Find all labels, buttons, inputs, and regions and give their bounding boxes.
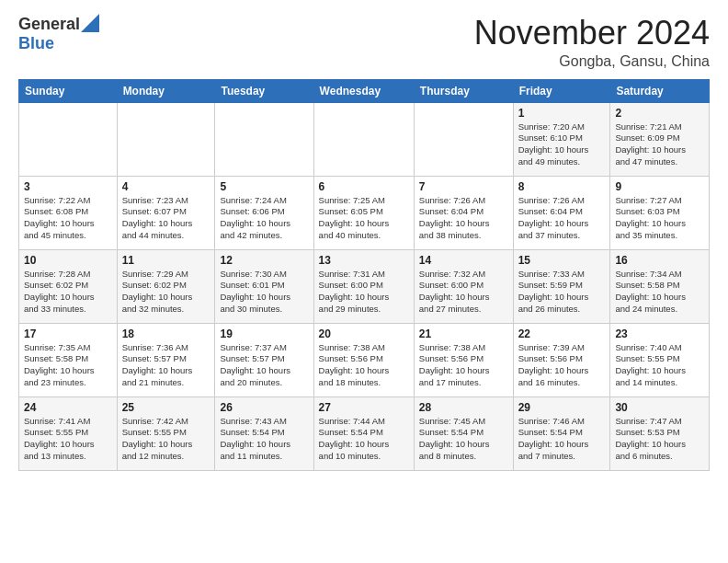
day-info: Sunrise: 7:34 AMSunset: 5:58 PMDaylight:…: [615, 269, 704, 316]
day-info: Sunrise: 7:36 AMSunset: 5:57 PMDaylight:…: [122, 342, 210, 389]
logo-icon: [81, 14, 99, 32]
day-info: Sunrise: 7:31 AMSunset: 6:00 PMDaylight:…: [319, 269, 409, 316]
svg-marker-0: [81, 14, 99, 32]
month-title: November 2024: [474, 15, 710, 52]
day-info: Sunrise: 7:32 AMSunset: 6:00 PMDaylight:…: [419, 269, 508, 316]
day-info: Sunrise: 7:47 AMSunset: 5:53 PMDaylight:…: [615, 416, 704, 463]
logo-blue-text: Blue: [18, 34, 54, 52]
calendar-cell: 1Sunrise: 7:20 AMSunset: 6:10 PMDaylight…: [513, 102, 610, 176]
day-info: Sunrise: 7:25 AMSunset: 6:05 PMDaylight:…: [319, 195, 409, 242]
calendar-cell: [117, 102, 215, 176]
weekday-header-friday: Friday: [513, 79, 610, 102]
day-number: 27: [319, 401, 409, 414]
day-info: Sunrise: 7:41 AMSunset: 5:55 PMDaylight:…: [24, 416, 112, 463]
day-info: Sunrise: 7:37 AMSunset: 5:57 PMDaylight:…: [220, 342, 308, 389]
day-number: 15: [518, 254, 606, 267]
calendar-cell: 30Sunrise: 7:47 AMSunset: 5:53 PMDayligh…: [610, 396, 710, 470]
day-number: 9: [615, 180, 704, 193]
calendar-cell: 17Sunrise: 7:35 AMSunset: 5:58 PMDayligh…: [19, 323, 118, 396]
calendar-cell: 6Sunrise: 7:25 AMSunset: 6:05 PMDaylight…: [313, 176, 414, 249]
logo: General Blue: [18, 15, 99, 53]
day-number: 11: [122, 254, 210, 267]
calendar-cell: 18Sunrise: 7:36 AMSunset: 5:57 PMDayligh…: [117, 323, 215, 396]
day-info: Sunrise: 7:35 AMSunset: 5:58 PMDaylight:…: [24, 342, 112, 389]
day-number: 14: [419, 254, 508, 267]
calendar-cell: [19, 102, 118, 176]
calendar-week-2: 3Sunrise: 7:22 AMSunset: 6:08 PMDaylight…: [19, 176, 710, 249]
calendar-cell: 29Sunrise: 7:46 AMSunset: 5:54 PMDayligh…: [513, 396, 610, 470]
day-number: 2: [615, 107, 704, 120]
weekday-header-row: SundayMondayTuesdayWednesdayThursdayFrid…: [19, 79, 710, 102]
calendar-cell: 11Sunrise: 7:29 AMSunset: 6:02 PMDayligh…: [117, 249, 215, 323]
calendar-cell: 12Sunrise: 7:30 AMSunset: 6:01 PMDayligh…: [215, 249, 313, 323]
day-info: Sunrise: 7:27 AMSunset: 6:03 PMDaylight:…: [615, 195, 704, 242]
calendar-cell: 10Sunrise: 7:28 AMSunset: 6:02 PMDayligh…: [19, 249, 118, 323]
calendar-table: SundayMondayTuesdayWednesdayThursdayFrid…: [18, 79, 710, 471]
day-number: 25: [122, 401, 210, 414]
day-info: Sunrise: 7:33 AMSunset: 5:59 PMDaylight:…: [518, 269, 606, 316]
calendar-cell: [313, 102, 414, 176]
weekday-header-wednesday: Wednesday: [313, 79, 414, 102]
calendar-cell: 13Sunrise: 7:31 AMSunset: 6:00 PMDayligh…: [313, 249, 414, 323]
calendar-cell: 15Sunrise: 7:33 AMSunset: 5:59 PMDayligh…: [513, 249, 610, 323]
day-info: Sunrise: 7:24 AMSunset: 6:06 PMDaylight:…: [220, 195, 308, 242]
day-number: 13: [319, 254, 409, 267]
day-info: Sunrise: 7:20 AMSunset: 6:10 PMDaylight:…: [518, 121, 606, 168]
day-number: 30: [615, 401, 704, 414]
day-number: 3: [24, 180, 112, 193]
day-info: Sunrise: 7:39 AMSunset: 5:56 PMDaylight:…: [518, 342, 606, 389]
day-number: 18: [122, 327, 210, 340]
weekday-header-tuesday: Tuesday: [215, 79, 313, 102]
calendar-cell: [414, 102, 513, 176]
day-info: Sunrise: 7:22 AMSunset: 6:08 PMDaylight:…: [24, 195, 112, 242]
day-number: 23: [615, 327, 704, 340]
day-info: Sunrise: 7:42 AMSunset: 5:55 PMDaylight:…: [122, 416, 210, 463]
calendar-cell: 8Sunrise: 7:26 AMSunset: 6:04 PMDaylight…: [513, 176, 610, 249]
day-info: Sunrise: 7:23 AMSunset: 6:07 PMDaylight:…: [122, 195, 210, 242]
day-info: Sunrise: 7:44 AMSunset: 5:54 PMDaylight:…: [319, 416, 409, 463]
day-info: Sunrise: 7:46 AMSunset: 5:54 PMDaylight:…: [518, 416, 606, 463]
weekday-header-thursday: Thursday: [414, 79, 513, 102]
calendar-cell: [215, 102, 313, 176]
calendar-cell: 24Sunrise: 7:41 AMSunset: 5:55 PMDayligh…: [19, 396, 118, 470]
day-number: 7: [419, 180, 508, 193]
day-number: 1: [518, 107, 606, 120]
day-number: 21: [419, 327, 508, 340]
weekday-header-monday: Monday: [117, 79, 215, 102]
day-info: Sunrise: 7:45 AMSunset: 5:54 PMDaylight:…: [419, 416, 508, 463]
title-area: November 2024 Gongba, Gansu, China: [474, 15, 710, 70]
calendar-cell: 16Sunrise: 7:34 AMSunset: 5:58 PMDayligh…: [610, 249, 710, 323]
calendar-cell: 23Sunrise: 7:40 AMSunset: 5:55 PMDayligh…: [610, 323, 710, 396]
calendar-cell: 5Sunrise: 7:24 AMSunset: 6:06 PMDaylight…: [215, 176, 313, 249]
calendar-cell: 2Sunrise: 7:21 AMSunset: 6:09 PMDaylight…: [610, 102, 710, 176]
day-number: 5: [220, 180, 308, 193]
day-info: Sunrise: 7:38 AMSunset: 5:56 PMDaylight:…: [319, 342, 409, 389]
day-info: Sunrise: 7:29 AMSunset: 6:02 PMDaylight:…: [122, 269, 210, 316]
calendar-cell: 26Sunrise: 7:43 AMSunset: 5:54 PMDayligh…: [215, 396, 313, 470]
weekday-header-saturday: Saturday: [610, 79, 710, 102]
day-number: 19: [220, 327, 308, 340]
day-number: 28: [419, 401, 508, 414]
calendar-cell: 27Sunrise: 7:44 AMSunset: 5:54 PMDayligh…: [313, 396, 414, 470]
day-number: 4: [122, 180, 210, 193]
calendar-cell: 9Sunrise: 7:27 AMSunset: 6:03 PMDaylight…: [610, 176, 710, 249]
calendar-cell: 22Sunrise: 7:39 AMSunset: 5:56 PMDayligh…: [513, 323, 610, 396]
header: General Blue November 2024 Gongba, Gansu…: [18, 15, 710, 70]
day-info: Sunrise: 7:30 AMSunset: 6:01 PMDaylight:…: [220, 269, 308, 316]
day-number: 10: [24, 254, 112, 267]
calendar-cell: 4Sunrise: 7:23 AMSunset: 6:07 PMDaylight…: [117, 176, 215, 249]
day-number: 24: [24, 401, 112, 414]
day-number: 26: [220, 401, 308, 414]
day-number: 12: [220, 254, 308, 267]
location-subtitle: Gongba, Gansu, China: [474, 53, 710, 70]
calendar-cell: 14Sunrise: 7:32 AMSunset: 6:00 PMDayligh…: [414, 249, 513, 323]
calendar-week-1: 1Sunrise: 7:20 AMSunset: 6:10 PMDaylight…: [19, 102, 710, 176]
page: General Blue November 2024 Gongba, Gansu…: [0, 0, 728, 563]
day-info: Sunrise: 7:38 AMSunset: 5:56 PMDaylight:…: [419, 342, 508, 389]
day-number: 16: [615, 254, 704, 267]
calendar-week-5: 24Sunrise: 7:41 AMSunset: 5:55 PMDayligh…: [19, 396, 710, 470]
day-number: 8: [518, 180, 606, 193]
day-info: Sunrise: 7:40 AMSunset: 5:55 PMDaylight:…: [615, 342, 704, 389]
day-info: Sunrise: 7:26 AMSunset: 6:04 PMDaylight:…: [419, 195, 508, 242]
day-number: 22: [518, 327, 606, 340]
